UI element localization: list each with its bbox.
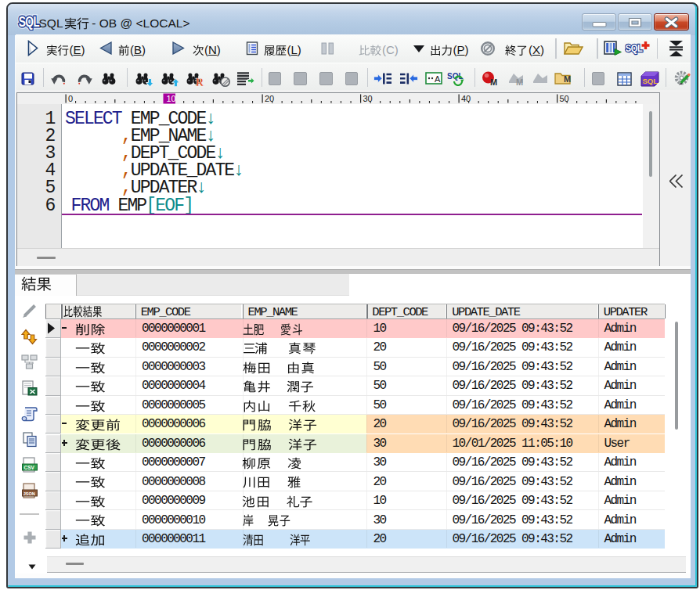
svg-text:M: M (490, 77, 497, 87)
svg-text:M: M (564, 74, 571, 84)
svg-text:SQL: SQL (626, 42, 643, 54)
svg-text:M: M (516, 77, 523, 86)
svg-text:R: R (196, 76, 204, 87)
svg-text:SQL: SQL (643, 76, 659, 85)
svg-text:10: 10 (166, 94, 175, 103)
svg-text:20: 20 (265, 94, 274, 103)
svg-text:30: 30 (363, 94, 372, 103)
svg-text:50: 50 (559, 94, 568, 103)
svg-text:0: 0 (68, 94, 73, 103)
svg-text:CSV: CSV (24, 465, 35, 470)
svg-text:40: 40 (461, 94, 471, 103)
svg-text:SQL: SQL (18, 14, 40, 29)
svg-text:JSON: JSON (23, 491, 35, 496)
svg-text:A: A (435, 74, 441, 84)
